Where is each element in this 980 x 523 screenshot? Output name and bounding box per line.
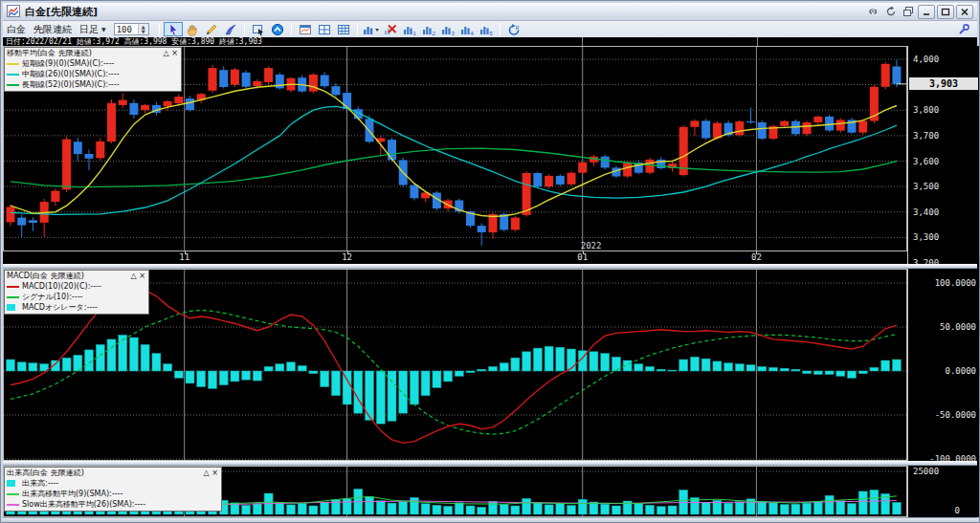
legend-swatch — [7, 74, 19, 76]
pan-hand-tool-button[interactable] — [183, 22, 202, 36]
candle — [803, 120, 812, 136]
titlebar[interactable]: 白金[先限連続] — [3, 3, 977, 21]
scroll-to-latest-button[interactable] — [268, 22, 287, 36]
volume-bar — [858, 491, 867, 514]
remove-indicator-button[interactable] — [381, 22, 400, 36]
volume-bar — [242, 505, 251, 514]
macd-histogram-bar — [376, 371, 385, 424]
svg-text:3: 3 — [451, 31, 455, 36]
legend-minimize-icon[interactable]: △ — [162, 48, 170, 58]
draw-line-tool-button[interactable] — [202, 22, 221, 36]
grid-3x3-button[interactable] — [334, 22, 353, 36]
candle — [601, 155, 610, 169]
volume-chart[interactable]: 出来高(白金 先限連続)△×出来高:----出来高移動平均(9)(SMA):--… — [3, 466, 907, 517]
volume-bar — [892, 502, 901, 514]
volume-legend: 出来高(白金 先限連続)△×出来高:----出来高移動平均(9)(SMA):--… — [4, 467, 222, 512]
panel-separator[interactable] — [3, 264, 977, 269]
candle — [545, 174, 553, 188]
macd-chart[interactable]: MACD(白金 先限連続)△×MACD(10)(20)(C):----シグナル(… — [3, 269, 907, 461]
macd-histogram-bar — [129, 338, 138, 371]
macd-histogram-bar — [702, 359, 710, 371]
minimize-button[interactable] — [918, 5, 935, 19]
legend-row: 短期線(9)(0)(SMA)(C):---- — [7, 58, 179, 69]
window-bottom-frame — [3, 517, 977, 522]
volume-bar — [758, 501, 767, 514]
legend-close-icon[interactable]: × — [170, 48, 179, 58]
legend-swatch — [7, 84, 19, 86]
volume-bar — [612, 506, 620, 514]
chart-layout-1-button[interactable]: 1 — [400, 22, 419, 36]
macd-histogram-bar — [556, 347, 565, 371]
candle — [578, 162, 587, 175]
legend-close-icon[interactable]: × — [138, 271, 146, 281]
candle — [141, 104, 149, 114]
candle — [623, 162, 632, 179]
moving-average-legend: 移動平均(白金 先限連続)△×短期線(9)(0)(SMA)(C):----中期線… — [4, 47, 182, 92]
indicator-menu-button[interactable] — [362, 22, 381, 36]
window-title: 白金[先限連続] — [25, 5, 98, 19]
macd-axis-label: 50.0000 — [940, 323, 976, 332]
chart-layout-5-button[interactable]: 5 — [477, 22, 496, 36]
volume-bar — [388, 503, 396, 514]
year-label: 2022 — [581, 241, 602, 251]
legend-swatch — [7, 286, 19, 288]
candle — [825, 115, 834, 132]
chart-layout-4-button[interactable]: 4 — [457, 22, 477, 36]
macd-histogram-bar — [836, 371, 845, 377]
price-axis-label: 3,600 — [913, 158, 939, 166]
candle — [892, 60, 901, 88]
volume-bar — [533, 502, 542, 514]
legend-row-label: 出来高移動平均(9)(SMA):---- — [22, 489, 122, 499]
chart-window: 白金[先限連続] 白金 先限連続 日足 ▼ 100 ▲ — [0, 0, 980, 523]
volume-bar — [836, 501, 845, 514]
reload-button[interactable]: R — [504, 22, 523, 36]
main-price-chart[interactable]: 2022 移動平均(白金 先限連続)△×短期線(9)(0)(SMA)(C):--… — [3, 46, 907, 251]
link-windows-icon[interactable] — [866, 5, 881, 18]
legend-minimize-icon[interactable]: △ — [202, 468, 211, 478]
macd-histogram-bar — [253, 371, 261, 381]
bar-count-spinner[interactable]: 100 ▲ ▼ — [114, 23, 149, 35]
chart-layout-2-button[interactable]: 2 — [419, 22, 438, 36]
volume-bar — [702, 502, 710, 514]
macd-histogram-bar — [746, 365, 755, 371]
select-tool-button[interactable] — [164, 22, 183, 36]
close-button[interactable] — [956, 5, 973, 19]
new-chart-window-button[interactable] — [296, 22, 315, 36]
legend-close-icon[interactable]: × — [211, 468, 219, 478]
macd-histogram-bar — [354, 371, 363, 413]
legend-minimize-icon[interactable]: △ — [129, 271, 138, 281]
volume-axis-label: 0 — [955, 507, 960, 515]
legend-swatch — [7, 63, 19, 65]
period-select[interactable]: 日足 ▼ — [79, 23, 106, 36]
panel-separator[interactable] — [3, 461, 977, 466]
candle — [219, 67, 228, 89]
svg-text:2: 2 — [432, 31, 435, 36]
price-axis-label: 3,800 — [913, 106, 939, 115]
price-axis-column: 4,0003,8003,7003,6003,5003,4003,3003,200… — [907, 46, 979, 517]
candle — [17, 214, 26, 237]
candle — [119, 93, 127, 108]
legend-swatch — [7, 304, 15, 311]
popout-window-icon[interactable] — [901, 5, 916, 18]
grid-2x2-button[interactable] — [315, 22, 334, 36]
macd-histogram-bar — [713, 361, 722, 371]
maximize-button[interactable] — [937, 5, 954, 19]
volume-bar — [455, 503, 463, 514]
macd-histogram-bar — [433, 371, 441, 388]
crosshair-select-button[interactable] — [249, 22, 268, 36]
volume-bar — [366, 497, 374, 514]
legend-row: MACD(10)(20)(C):---- — [7, 281, 146, 292]
spinner-down-icon[interactable]: ▼ — [139, 30, 148, 34]
settings-wrench-button[interactable] — [954, 22, 973, 36]
svg-text:4: 4 — [470, 31, 474, 36]
legend-title: 出来高(白金 先限連続) — [7, 468, 202, 478]
price-axis-label: 3,500 — [913, 183, 939, 191]
chart-layout-3-button[interactable]: 3 — [438, 22, 457, 36]
macd-histogram-bar — [478, 369, 486, 371]
refresh-window-icon[interactable] — [883, 5, 899, 18]
candle — [209, 65, 217, 93]
draw-freehand-tool-button[interactable] — [221, 22, 240, 36]
volume-bar — [410, 497, 418, 514]
info-bar-divider — [582, 37, 583, 46]
volume-bar — [309, 506, 318, 514]
